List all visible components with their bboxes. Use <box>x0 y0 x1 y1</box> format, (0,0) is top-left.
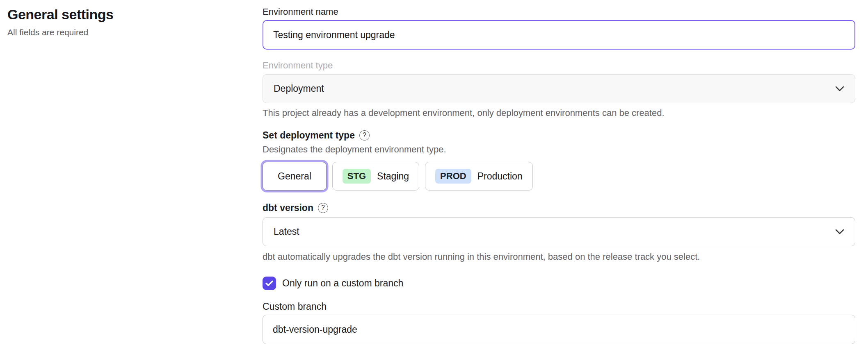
deployment-type-general-label: General <box>278 171 311 182</box>
deployment-type-label: Set deployment type <box>263 130 355 141</box>
custom-branch-checkbox-label[interactable]: Only run on a custom branch <box>282 278 403 289</box>
page-subtitle: All fields are required <box>7 27 237 38</box>
page-title: General settings <box>7 6 237 23</box>
dbt-version-label: dbt version <box>263 202 313 213</box>
deployment-type-staging-label: Staging <box>377 171 409 182</box>
custom-branch-checkbox[interactable] <box>263 277 276 290</box>
environment-settings-form: Environment name Environment type Deploy… <box>263 0 855 344</box>
help-icon[interactable]: ? <box>359 130 370 141</box>
deployment-type-general-button[interactable]: General <box>263 162 327 191</box>
environment-name-input[interactable] <box>263 20 855 50</box>
chevron-down-icon <box>835 229 844 234</box>
deployment-type-production-label: Production <box>477 171 523 182</box>
custom-branch-label: Custom branch <box>263 301 855 312</box>
environment-type-helper: This project already has a development e… <box>263 108 855 118</box>
environment-name-label: Environment name <box>263 7 855 17</box>
custom-branch-input[interactable] <box>263 315 855 344</box>
deployment-type-helper: Designates the deployment environment ty… <box>263 144 855 155</box>
deployment-type-production-button[interactable]: PROD Production <box>425 162 533 191</box>
environment-type-select[interactable]: Deployment <box>263 74 855 103</box>
chevron-down-icon <box>835 86 844 91</box>
dbt-version-value: Latest <box>274 226 299 237</box>
environment-settings-page: General settings All fields are required… <box>0 0 868 354</box>
dbt-version-select[interactable]: Latest <box>263 217 855 246</box>
deployment-type-options: General STG Staging PROD Production <box>263 162 855 191</box>
help-icon[interactable]: ? <box>318 203 328 213</box>
custom-branch-checkbox-row: Only run on a custom branch <box>263 277 855 290</box>
dbt-version-helper: dbt automatically upgrades the dbt versi… <box>263 252 855 262</box>
environment-type-value: Deployment <box>274 83 324 94</box>
deployment-type-staging-button[interactable]: STG Staging <box>332 162 419 191</box>
production-badge: PROD <box>435 169 471 184</box>
staging-badge: STG <box>343 169 371 184</box>
environment-type-label: Environment type <box>263 60 855 71</box>
settings-header: General settings All fields are required <box>7 6 237 38</box>
checkmark-icon <box>265 280 273 286</box>
